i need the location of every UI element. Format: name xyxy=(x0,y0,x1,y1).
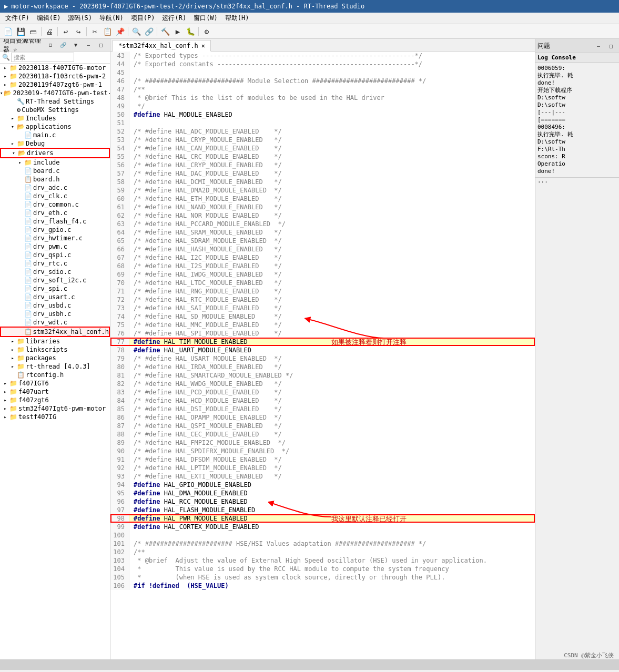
menu-file[interactable]: 文件(F) xyxy=(2,13,33,24)
tree-node-ws4-drv-conf[interactable]: 📋stm32f4xx_hal_conf.h xyxy=(0,327,110,337)
code-line-44[interactable]: 44/* Exported constants ----------------… xyxy=(110,60,535,68)
tree-node-ws3[interactable]: ▸📁20230119f407zgt6-pwm-1 xyxy=(0,80,110,89)
tree-node-ws4-rt2[interactable]: ▸📁rt-thread [4.0.3] xyxy=(0,362,110,371)
code-line-59[interactable]: 59/* #define HAL_DMA2D_MODULE_ENABLED */ xyxy=(110,186,535,195)
tree-node-ws4-inc[interactable]: ▸📁Includes xyxy=(0,114,110,123)
menu-run[interactable]: 运行(R) xyxy=(159,13,189,24)
code-line-48[interactable]: 48 * @brief This is the list of modules … xyxy=(110,94,535,102)
code-line-82[interactable]: 82/* #define HAL_WWDG_MODULE_ENABLED */ xyxy=(110,380,535,388)
toolbar-build[interactable]: 🔨 xyxy=(159,26,171,37)
code-line-65[interactable]: 65/* #define HAL_SDRAM_MODULE_ENABLED */ xyxy=(110,237,535,245)
right-panel-min[interactable]: — xyxy=(593,40,604,52)
tree-node-ws9-test[interactable]: ▸📁testf407IG xyxy=(0,413,110,421)
toolbar-redo[interactable]: ↪ xyxy=(73,26,84,37)
toolbar-ref[interactable]: 🔗 xyxy=(143,26,155,37)
tree-node-ws4-drv-ethc[interactable]: 📄drv_eth.c xyxy=(0,209,110,217)
code-line-61[interactable]: 61/* #define HAL_NAND_MODULE_ENABLED */ xyxy=(110,203,535,211)
tree-node-ws5-f407[interactable]: ▸📁f407IGT6 xyxy=(0,379,110,388)
code-line-57[interactable]: 57/* #define HAL_DAC_MODULE_ENABLED */ xyxy=(110,169,535,178)
code-line-45[interactable]: 45 xyxy=(110,68,535,77)
tab-close[interactable]: ✕ xyxy=(201,42,205,49)
code-line-92[interactable]: 92/* #define HAL_LPTIM_MODULE_ENABLED */ xyxy=(110,464,535,472)
tree-node-ws1[interactable]: ▸📁20230118-f407IGT6-motor xyxy=(0,64,110,72)
code-line-104[interactable]: 104 * This value is used by the RCC HAL … xyxy=(110,565,535,573)
toolbar-undo[interactable]: ↩ xyxy=(60,26,72,37)
search-input[interactable] xyxy=(11,53,74,62)
code-line-94[interactable]: 94#define HAL_GPIO_MODULE_ENABLED xyxy=(110,481,535,489)
tree-node-ws4-drv-boardc[interactable]: 📄board.c xyxy=(0,167,110,175)
menu-nav[interactable]: 导航(N) xyxy=(96,13,127,24)
code-line-103[interactable]: 103 * @brief Adjust the value of Externa… xyxy=(110,556,535,565)
tree-node-ws4-cube[interactable]: ⚙CubeMX Settings xyxy=(0,106,110,114)
code-line-46[interactable]: 46/* ########################## Module S… xyxy=(110,77,535,85)
code-line-77[interactable]: 77#define HAL_TIM_MODULE_ENABLED xyxy=(110,338,535,346)
toolbar-run[interactable]: ▶ xyxy=(172,26,184,37)
code-line-93[interactable]: 93/* #define HAL_EXTI_MODULE_ENABLED */ xyxy=(110,472,535,481)
code-line-95[interactable]: 95#define HAL_DMA_MODULE_ENABLED xyxy=(110,489,535,497)
tree-node-ws2[interactable]: ▸📁20230118-f103rct6-pwm-2 xyxy=(0,72,110,80)
toolbar-save-all[interactable]: 🗃 xyxy=(27,26,39,37)
tree-node-ws4-drv-softi2cc[interactable]: 📄drv_soft_i2c.c xyxy=(0,276,110,284)
console-resize[interactable]: ··· xyxy=(535,177,619,187)
tree-node-ws4-link[interactable]: ▸📁linkscripts xyxy=(0,345,110,354)
tree-node-ws4-drv-usbdc[interactable]: 📄drv_usbd.c xyxy=(0,301,110,310)
menu-window[interactable]: 窗口(W) xyxy=(190,13,221,24)
toolbar-new[interactable]: 📄 xyxy=(2,26,14,37)
code-line-52[interactable]: 52/* #define HAL_ADC_MODULE_ENABLED */ xyxy=(110,127,535,136)
code-line-90[interactable]: 90/* #define HAL_SPDIFRX_MODULE_ENABLED … xyxy=(110,447,535,455)
code-line-80[interactable]: 80/* #define HAL_IRDA_MODULE_ENABLED */ xyxy=(110,363,535,371)
code-line-68[interactable]: 68/* #define HAL_I2S_MODULE_ENABLED */ xyxy=(110,262,535,270)
code-line-76[interactable]: 76/* #define HAL_SPI_MODULE_ENABLED */ xyxy=(110,329,535,338)
tree-node-ws6-f407u[interactable]: ▸📁f407uart xyxy=(0,388,110,396)
toolbar-paste[interactable]: 📌 xyxy=(114,26,126,37)
toolbar-settings[interactable]: ⚙ xyxy=(201,26,212,37)
code-line-53[interactable]: 53/* #define HAL_CRYP_MODULE_ENABLED */ xyxy=(110,136,535,144)
tree-node-ws4-drv-inc[interactable]: ▸📁include xyxy=(0,158,110,167)
tree-node-ws4-pkg[interactable]: ▸📁packages xyxy=(0,354,110,362)
code-line-89[interactable]: 89/* #define HAL_FMPI2C_MODULE_ENABLED *… xyxy=(110,439,535,447)
tree-node-ws4-main[interactable]: 📄main.c xyxy=(0,131,110,139)
code-line-49[interactable]: 49 */ xyxy=(110,102,535,110)
code-line-84[interactable]: 84/* #define HAL_HCD_MODULE_ENABLED */ xyxy=(110,396,535,405)
code-line-64[interactable]: 64/* #define HAL_SRAM_MODULE_ENABLED */ xyxy=(110,228,535,237)
sidebar-menu[interactable]: ▼ xyxy=(70,39,82,51)
toolbar-print[interactable]: 🖨 xyxy=(44,26,55,37)
tree-node-ws4-drv-usartc[interactable]: 📄drv_usart.c xyxy=(0,293,110,301)
menu-edit[interactable]: 编辑(E) xyxy=(34,13,64,24)
code-line-91[interactable]: 91/* #define HAL_DFSDM_MODULE_ENABLED */ xyxy=(110,455,535,464)
toolbar-search[interactable]: 🔍 xyxy=(130,26,142,37)
tree-node-ws4-drv-qspic[interactable]: 📄drv_qspi.c xyxy=(0,251,110,259)
tree-node-ws4-drv-usbhc[interactable]: 📄drv_usbh.c xyxy=(0,310,110,318)
code-line-66[interactable]: 66/* #define HAL_HASH_MODULE_ENABLED */ xyxy=(110,245,535,253)
code-line-99[interactable]: 99#define HAL_CORTEX_MODULE_ENABLED xyxy=(110,523,535,531)
toolbar-debug[interactable]: 🐛 xyxy=(185,26,196,37)
tree-node-ws8-stm[interactable]: ▸📁stm32f407Igt6-pwm-motor xyxy=(0,404,110,413)
toolbar-copy[interactable]: 📋 xyxy=(102,26,113,37)
code-line-67[interactable]: 67/* #define HAL_I2C_MODULE_ENABLED */ xyxy=(110,253,535,262)
code-line-62[interactable]: 62/* #define HAL_NOR_MODULE_ENABLED */ xyxy=(110,211,535,220)
code-line-74[interactable]: 74/* #define HAL_SD_MODULE_ENABLED */ xyxy=(110,312,535,321)
tree-node-ws4-drv-rtcc[interactable]: 📄drv_rtc.c xyxy=(0,259,110,268)
tree-node-ws7-f407z[interactable]: ▸📁f407zgt6 xyxy=(0,396,110,404)
code-line-43[interactable]: 43/* Exported types --------------------… xyxy=(110,52,535,60)
code-line-87[interactable]: 87/* #define HAL_QSPI_MODULE_ENABLED */ xyxy=(110,422,535,430)
code-line-72[interactable]: 72/* #define HAL_RTC_MODULE_ENABLED */ xyxy=(110,296,535,304)
code-line-63[interactable]: 63/* #define HAL_PCCARD_MODULE_ENABLED *… xyxy=(110,220,535,228)
sidebar-collapse-all[interactable]: ⊟ xyxy=(45,39,56,51)
code-line-81[interactable]: 81/* #define HAL_SMARTCARD_MODULE_ENABLE… xyxy=(110,371,535,380)
code-line-85[interactable]: 85/* #define HAL_DSI_MODULE_ENABLED */ xyxy=(110,405,535,413)
tree-node-ws4-drv-gpioc[interactable]: 📄drv_gpio.c xyxy=(0,226,110,234)
code-line-73[interactable]: 73/* #define HAL_SAI_MODULE_ENABLED */ xyxy=(110,304,535,312)
tree-node-ws4-rt[interactable]: 🔧RT-Thread Settings xyxy=(0,97,110,106)
code-line-98[interactable]: 98#define HAL_PWR_MODULE_ENABLED xyxy=(110,514,535,523)
tree-node-ws4-drv-flashc[interactable]: 📄drv_flash_f4.c xyxy=(0,217,110,226)
tree-node-ws4-drv-pwmc[interactable]: 📄drv_pwm.c xyxy=(0,242,110,251)
tree-node-ws4-drv-clkc[interactable]: 📄drv_clk.c xyxy=(0,192,110,200)
tree-node-ws4-drv-boardh[interactable]: 📋board.h xyxy=(0,175,110,184)
tree-node-ws4-drv-adcc[interactable]: 📄drv_adc.c xyxy=(0,184,110,192)
menu-help[interactable]: 帮助(H) xyxy=(222,13,252,24)
tree-node-ws4-rtcfg[interactable]: 📋rtconfig.h xyxy=(0,371,110,379)
code-line-86[interactable]: 86/* #define HAL_OPAMP_MODULE_ENABLED */ xyxy=(110,413,535,422)
right-panel-max[interactable]: □ xyxy=(605,40,617,52)
tree-node-ws4-drv[interactable]: ▾📂drivers xyxy=(0,148,110,158)
